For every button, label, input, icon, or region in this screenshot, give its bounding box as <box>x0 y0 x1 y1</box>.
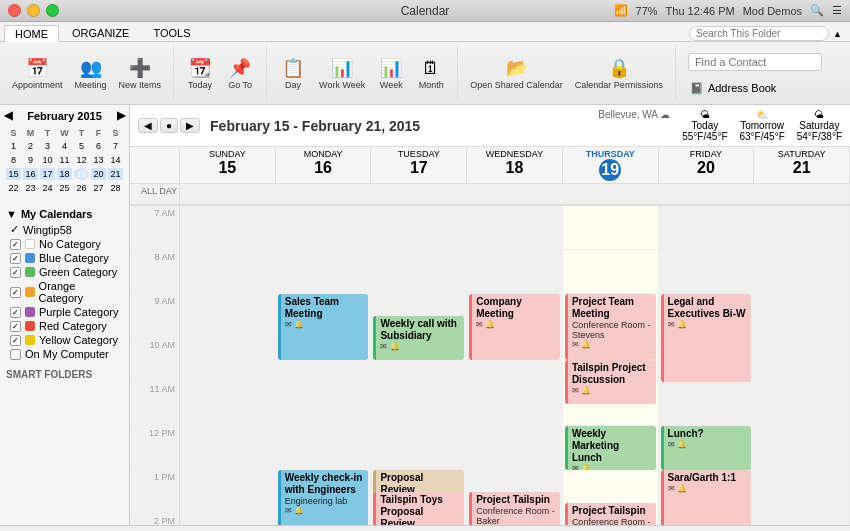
mini-cal-day[interactable]: 7 <box>108 140 123 152</box>
work-week-button[interactable]: 📊 Work Week <box>315 54 369 92</box>
tab-home[interactable]: HOME <box>4 25 59 42</box>
category-checkbox[interactable]: ✓ <box>10 253 21 264</box>
category-item[interactable]: ✓Red Category <box>6 319 123 333</box>
mini-cal-day[interactable]: 23 <box>23 182 38 194</box>
mini-cal-day[interactable]: 11 <box>57 154 72 166</box>
cal-header-thu[interactable]: THURSDAY 19 <box>563 147 659 183</box>
on-my-computer-item[interactable]: On My Computer <box>6 347 123 361</box>
cal-permissions-button[interactable]: 🔒 Calendar Permissions <box>571 54 667 92</box>
mini-cal-day[interactable]: 6 <box>91 140 106 152</box>
ribbon-group-new: 📅 Appointment 👥 Meeting ➕ New Items <box>8 46 174 100</box>
category-item[interactable]: ✓Green Category <box>6 265 123 279</box>
mini-cal-day[interactable]: 25 <box>57 182 72 194</box>
collapse-icon[interactable]: ▲ <box>833 29 842 39</box>
open-shared-cal-button[interactable]: 📂 Open Shared Calendar <box>466 54 567 92</box>
wingtip58-item[interactable]: ✓ Wingtip58 <box>6 222 123 237</box>
tab-organize[interactable]: ORGANIZE <box>61 24 140 41</box>
category-checkbox[interactable]: ✓ <box>10 287 21 298</box>
calendar-event[interactable]: Tailspin Project Discussion✉ 🔔 <box>565 360 656 404</box>
category-item[interactable]: ✓No Category <box>6 237 123 251</box>
mini-cal-day[interactable]: 8 <box>6 154 21 166</box>
mini-cal-day[interactable]: 2 <box>23 140 38 152</box>
mini-cal-day[interactable]: 17 <box>40 168 55 180</box>
cal-prev-button[interactable]: ◀ <box>138 118 158 133</box>
mini-cal-day[interactable]: 3 <box>40 140 55 152</box>
calendar-event[interactable]: Company Meeting✉ 🔔 <box>469 294 560 360</box>
appointment-button[interactable]: 📅 Appointment <box>8 54 67 92</box>
category-item[interactable]: ✓Yellow Category <box>6 333 123 347</box>
cal-today-button[interactable]: ● <box>160 118 178 133</box>
mini-cal-day[interactable]: 10 <box>40 154 55 166</box>
calendar-event[interactable]: Weekly call with Subsidiary✉ 🔔 <box>373 316 464 360</box>
calendar-event[interactable]: Weekly Marketing Lunch✉ 🔔 <box>565 426 656 470</box>
menu-icon[interactable]: ☰ <box>832 4 842 17</box>
maximize-button[interactable] <box>46 4 59 17</box>
cal-header-sun[interactable]: SUNDAY 15 <box>180 147 276 183</box>
category-checkbox[interactable]: ✓ <box>10 307 21 318</box>
cal-header-wed[interactable]: WEDNESDAY 18 <box>467 147 563 183</box>
calendar-event[interactable]: Project Team MeetingConference Room - St… <box>565 294 656 360</box>
mini-cal-day[interactable]: 12 <box>74 154 89 166</box>
calendar-event[interactable]: Project TailspinConference Room - Baker✉… <box>565 503 656 525</box>
find-contact-field[interactable] <box>688 53 822 71</box>
mini-cal-day[interactable]: 28 <box>108 182 123 194</box>
mini-cal-day[interactable]: 21 <box>108 168 123 180</box>
find-contact-input[interactable] <box>695 56 815 68</box>
calendar-event[interactable]: Sara/Garth 1:1✉ 🔔 <box>661 470 752 525</box>
mini-cal-next[interactable]: ▶ <box>117 109 125 122</box>
cal-header-sat[interactable]: SATURDAY 21 <box>754 147 850 183</box>
new-items-button[interactable]: ➕ New Items <box>115 54 166 92</box>
category-item[interactable]: ✓Orange Category <box>6 279 123 305</box>
mini-cal-day[interactable]: 27 <box>91 182 106 194</box>
goto-button[interactable]: 📌 Go To <box>222 54 258 92</box>
mini-cal-day[interactable]: 24 <box>40 182 55 194</box>
address-book-button[interactable]: 📓 Address Book <box>684 79 826 98</box>
today-button[interactable]: 📆 Today <box>182 54 218 92</box>
category-checkbox[interactable]: ✓ <box>10 321 21 332</box>
month-button[interactable]: 🗓 Month <box>413 54 449 92</box>
meeting-button[interactable]: 👥 Meeting <box>71 54 111 92</box>
hour-line <box>276 382 371 426</box>
cal-header-tue[interactable]: TUESDAY 17 <box>371 147 467 183</box>
calendar-event[interactable]: Sales Team Meeting✉ 🔔 <box>278 294 369 360</box>
calendar-event[interactable]: Weekly check-in with EngineersEngineerin… <box>278 470 369 525</box>
calendar-event[interactable]: Lunch?✉ 🔔 <box>661 426 752 470</box>
mini-cal-prev[interactable]: ◀ <box>4 109 12 122</box>
minimize-button[interactable] <box>27 4 40 17</box>
calendar-event[interactable]: Legal and Executives Bi-W✉ 🔔 <box>661 294 752 382</box>
day-button[interactable]: 📋 Day <box>275 54 311 92</box>
mini-cal-day[interactable]: 13 <box>91 154 106 166</box>
category-checkbox[interactable]: ✓ <box>10 239 21 250</box>
my-calendars-header[interactable]: ▼ My Calendars <box>6 208 123 220</box>
hour-line <box>659 206 754 250</box>
mini-cal-day[interactable]: 5 <box>74 140 89 152</box>
mini-cal-day[interactable]: 4 <box>57 140 72 152</box>
category-item[interactable]: ✓Blue Category <box>6 251 123 265</box>
mini-cal-day[interactable]: 19 <box>74 168 89 180</box>
mini-cal-day[interactable]: 26 <box>74 182 89 194</box>
mini-cal-day[interactable]: 18 <box>57 168 72 180</box>
mini-cal-day[interactable]: 14 <box>108 154 123 166</box>
mini-cal-day[interactable]: 9 <box>23 154 38 166</box>
calendar-event[interactable]: Project TailspinConference Room - Baker✉… <box>469 492 560 525</box>
cal-header-fri[interactable]: FRIDAY 20 <box>659 147 755 183</box>
mini-cal-day[interactable]: 22 <box>6 182 21 194</box>
tab-tools[interactable]: TOOLS <box>142 24 201 41</box>
mini-cal-day[interactable]: 15 <box>6 168 21 180</box>
close-button[interactable] <box>8 4 21 17</box>
mini-cal-day[interactable]: 16 <box>23 168 38 180</box>
category-item[interactable]: ✓Purple Category <box>6 305 123 319</box>
cal-header-mon[interactable]: MONDAY 16 <box>276 147 372 183</box>
mini-cal-day[interactable]: 1 <box>6 140 21 152</box>
mini-cal-day[interactable]: 20 <box>91 168 106 180</box>
calendar-event[interactable]: Tailspin Toys Proposal ReviewUmi Sake Ho… <box>373 492 464 525</box>
time-slot: 1 PM <box>130 470 179 514</box>
window-controls[interactable] <box>8 4 59 17</box>
week-button[interactable]: 📊 Week <box>373 54 409 92</box>
cal-next-button[interactable]: ▶ <box>180 118 200 133</box>
category-checkbox[interactable]: ✓ <box>10 335 21 346</box>
search-folder-input[interactable] <box>689 26 829 41</box>
on-my-computer-checkbox[interactable] <box>10 349 21 360</box>
category-checkbox[interactable]: ✓ <box>10 267 21 278</box>
search-icon[interactable]: 🔍 <box>810 4 824 17</box>
